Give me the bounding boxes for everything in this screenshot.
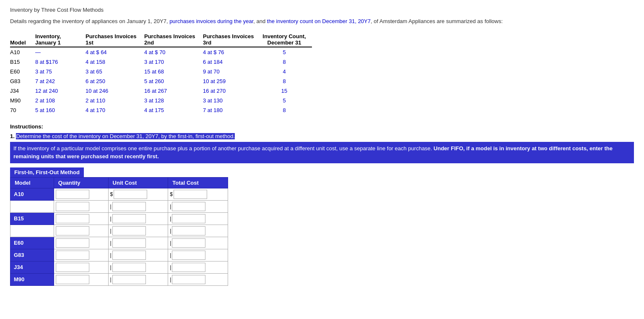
fifo-row: A10$$ [10, 188, 228, 200]
total-cost-dollar-sign: $ [170, 191, 173, 197]
table-row: E60 3 at 75 3 at 65 15 at 68 9 at 70 4 [10, 67, 312, 76]
fifo-row: G83|| [10, 249, 228, 261]
table-row: M90 2 at 108 2 at 110 3 at 128 3 at 130 … [10, 96, 312, 105]
fifo-unit-cost-input[interactable] [112, 238, 146, 248]
fifo-total-cost-input[interactable] [172, 226, 205, 235]
page-title: Inventory by Three Cost Flow Methods [10, 7, 634, 13]
fifo-model-cell: B15 [10, 212, 54, 225]
blue-notice-box: If the inventory of a particular model c… [10, 142, 634, 163]
fifo-quantity-input[interactable] [56, 226, 89, 235]
fifo-title: First-In, First-Out Method [10, 167, 84, 177]
fifo-unit-cost-input[interactable] [112, 214, 146, 223]
table-row: B15 8 at $176 4 at 158 3 at 170 6 at 184… [10, 57, 312, 67]
fifo-unit-cost-input[interactable] [112, 202, 146, 211]
fifo-quantity-input[interactable] [56, 275, 89, 284]
fifo-quantity-input[interactable] [56, 190, 89, 199]
fifo-model-cell: A10 [10, 188, 54, 200]
instructions-label: Instructions: [10, 123, 634, 130]
fifo-section: First-In, First-Out Method ModelQuantity… [10, 167, 634, 286]
table-row: G83 7 at 242 6 at 250 5 at 260 10 at 259… [10, 76, 312, 86]
fifo-total-cost-input[interactable] [172, 214, 205, 223]
fifo-col-header: Unit Cost [108, 177, 168, 188]
fifo-unit-cost-input[interactable] [112, 275, 146, 284]
fifo-unit-cost-input[interactable] [112, 226, 146, 235]
fifo-unit-cost-input[interactable] [112, 263, 146, 272]
fifo-row: B15|| [10, 212, 228, 225]
fifo-col-header: Total Cost [168, 177, 228, 188]
fifo-row: E60|| [10, 237, 228, 249]
fifo-total-cost-input[interactable] [172, 238, 205, 248]
fifo-row: J34|| [10, 261, 228, 273]
fifo-quantity-input[interactable] [56, 251, 89, 260]
fifo-row: || [10, 200, 228, 212]
fifo-model-cell: J34 [10, 261, 54, 273]
fifo-total-cost-input[interactable] [172, 202, 205, 211]
fifo-quantity-input[interactable] [56, 238, 89, 248]
fifo-col-header: Quantity [54, 177, 108, 188]
table-row: J34 12 at 240 10 at 246 16 at 267 16 at … [10, 86, 312, 96]
description: Details regarding the inventory of appli… [10, 17, 634, 26]
instruction-1: 1. Determine the cost of the inventory o… [10, 133, 634, 139]
fifo-unit-cost-input[interactable] [114, 190, 147, 199]
fifo-model-cell: E60 [10, 237, 54, 249]
inventory-data-table: Inventory, Purchases Invoices Purchases … [10, 32, 312, 115]
fifo-quantity-input[interactable] [56, 214, 89, 223]
fifo-total-cost-input[interactable] [172, 275, 205, 284]
table-row: 70 5 at 160 4 at 170 4 at 175 7 at 180 8 [10, 105, 312, 115]
fifo-col-header: Model [10, 177, 54, 188]
unit-cost-dollar-sign: $ [110, 191, 113, 197]
fifo-model-cell: G83 [10, 249, 54, 261]
fifo-total-cost-input[interactable] [172, 251, 205, 260]
fifo-total-cost-input[interactable] [174, 190, 207, 199]
fifo-row: M90|| [10, 273, 228, 285]
fifo-row: || [10, 225, 228, 237]
fifo-table: ModelQuantityUnit CostTotal Cost A10$$||… [10, 177, 228, 286]
fifo-total-cost-input[interactable] [172, 263, 205, 272]
fifo-unit-cost-input[interactable] [112, 251, 146, 260]
fifo-quantity-input[interactable] [56, 202, 89, 211]
table-row: A10 — 4 at $ 64 4 at $ 70 4 at $ 76 5 [10, 47, 312, 57]
fifo-model-cell: M90 [10, 273, 54, 285]
fifo-quantity-input[interactable] [56, 263, 89, 272]
